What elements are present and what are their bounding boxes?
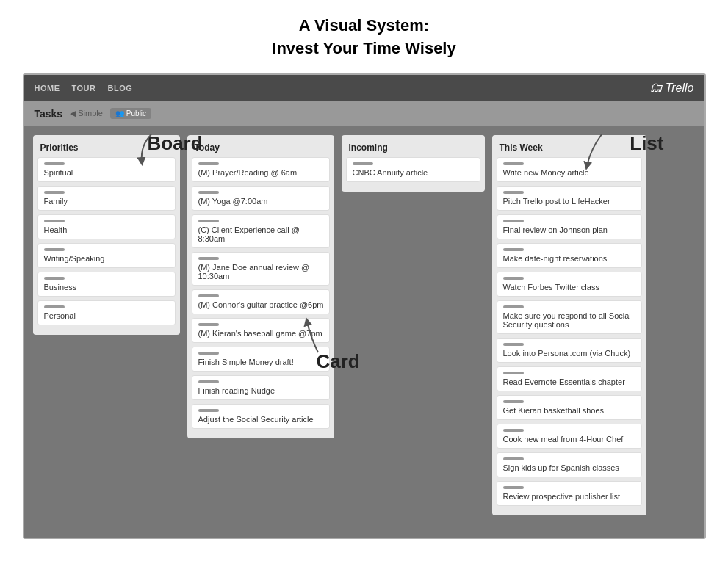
card-personal-com[interactable]: Look into Personal.com (via Chuck) <box>497 338 642 363</box>
board-content: Board List Card <box>24 126 704 538</box>
card-simple-money[interactable]: Finish Simple Money draft! <box>192 347 330 372</box>
card-cnbc[interactable]: CNBC Annuity article <box>346 157 480 182</box>
card-family[interactable]: Family <box>37 186 176 211</box>
nav-blog[interactable]: BLOG <box>107 84 132 93</box>
board-title: Tasks <box>35 108 63 120</box>
list-this-week: This Week Write new Money article Pitch … <box>492 135 646 515</box>
list-header-priorities: Priorities <box>37 141 176 157</box>
logo-icon: 🗂 <box>649 80 663 95</box>
nav-tour[interactable]: TOUR <box>72 84 96 93</box>
screenshot-frame: HOME TOUR BLOG 🗂 Trello Tasks ◀ Simple 👥… <box>23 73 706 539</box>
nav-bar: HOME TOUR BLOG 🗂 Trello <box>24 75 704 101</box>
card-date-night[interactable]: Make date-night reservations <box>497 243 642 268</box>
card-client-call[interactable]: (C) Client Experience call @ 8:30am <box>192 214 330 248</box>
card-evernote[interactable]: Read Evernote Essentials chapter <box>497 366 642 391</box>
card-baseball[interactable]: (M) Kieran's baseball game @7pm <box>192 318 330 343</box>
card-social-security-q[interactable]: Make sure you respond to all Social Secu… <box>497 300 642 334</box>
card-publisher-list[interactable]: Review prospective publisher list <box>497 481 642 506</box>
card-business[interactable]: Business <box>37 272 176 297</box>
card-johnson-plan[interactable]: Final review on Johnson plan <box>497 214 642 239</box>
card-reading-nudge[interactable]: Finish reading Nudge <box>192 375 330 400</box>
nav-left: HOME TOUR BLOG <box>35 84 133 93</box>
nav-home[interactable]: HOME <box>35 84 60 93</box>
card-4-hour-chef[interactable]: Cook new meal from 4-Hour Chef <box>497 424 642 449</box>
card-guitar[interactable]: (M) Connor's guitar practice @6pm <box>192 289 330 314</box>
card-writing[interactable]: Writing/Speaking <box>37 243 176 268</box>
list-incoming: Incoming CNBC Annuity article <box>342 135 485 192</box>
list-header-today: Today <box>192 141 330 157</box>
board-subtitle: ◀ Simple <box>70 109 103 118</box>
list-header-this-week: This Week <box>497 141 642 157</box>
list-priorities: Priorities Spiritual Family Health Writi… <box>33 135 180 335</box>
trello-wordmark: Trello <box>666 82 694 95</box>
page-title: A Visual System: Invest Your Time Wisely <box>272 15 455 60</box>
card-jane-doe[interactable]: (M) Jane Doe annual review @ 10:30am <box>192 252 330 286</box>
list-today: Today (M) Prayer/Reading @ 6am (M) Yoga … <box>187 135 334 438</box>
card-money-article[interactable]: Write new Money article <box>497 157 642 182</box>
nav-logo: 🗂 Trello <box>649 80 694 95</box>
card-prayer[interactable]: (M) Prayer/Reading @ 6am <box>192 157 330 182</box>
card-spanish-classes[interactable]: Sign kids up for Spanish classes <box>497 452 642 477</box>
card-forbes[interactable]: Watch Forbes Twitter class <box>497 272 642 297</box>
card-spiritual[interactable]: Spiritual <box>37 157 176 182</box>
visibility-icon: 👥 <box>115 109 124 117</box>
card-pitch-trello[interactable]: Pitch Trello post to LifeHacker <box>497 186 642 211</box>
board-visibility: 👥 Public <box>110 108 151 119</box>
card-personal[interactable]: Personal <box>37 300 176 325</box>
board-header: Tasks ◀ Simple 👥 Public <box>24 101 704 126</box>
list-header-incoming: Incoming <box>346 141 480 157</box>
card-yoga[interactable]: (M) Yoga @7:00am <box>192 186 330 211</box>
card-social-security[interactable]: Adjust the Social Security article <box>192 404 330 429</box>
card-health[interactable]: Health <box>37 214 176 239</box>
card-basketball-shoes[interactable]: Get Kieran basketball shoes <box>497 395 642 420</box>
